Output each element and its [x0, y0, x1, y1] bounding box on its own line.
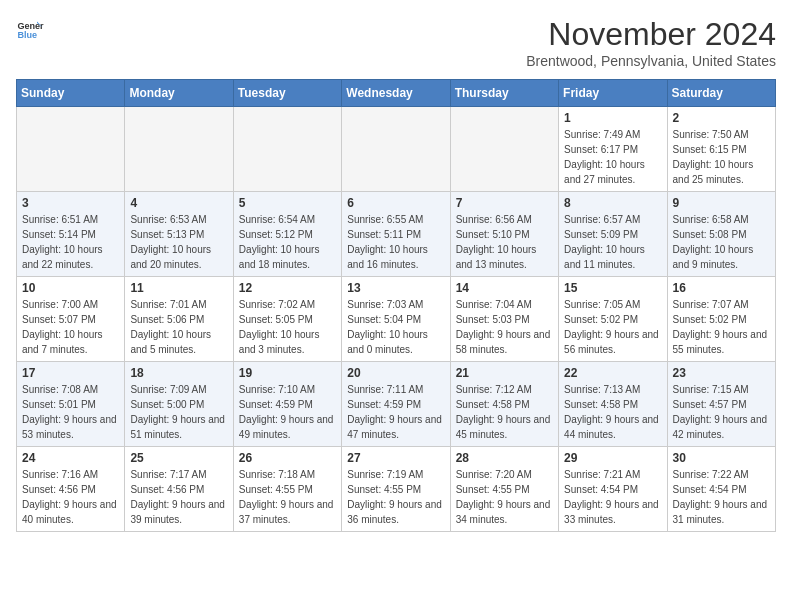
day-number: 22 [564, 366, 661, 380]
calendar-day-cell: 6Sunrise: 6:55 AM Sunset: 5:11 PM Daylig… [342, 192, 450, 277]
day-detail: Sunrise: 6:54 AM Sunset: 5:12 PM Dayligh… [239, 212, 336, 272]
calendar-day-cell: 27Sunrise: 7:19 AM Sunset: 4:55 PM Dayli… [342, 447, 450, 532]
day-number: 26 [239, 451, 336, 465]
calendar-day-cell: 23Sunrise: 7:15 AM Sunset: 4:57 PM Dayli… [667, 362, 775, 447]
calendar-header-row: SundayMondayTuesdayWednesdayThursdayFrid… [17, 80, 776, 107]
logo-icon: General Blue [16, 16, 44, 44]
calendar-day-cell: 8Sunrise: 6:57 AM Sunset: 5:09 PM Daylig… [559, 192, 667, 277]
day-number: 28 [456, 451, 553, 465]
svg-text:General: General [17, 21, 44, 31]
day-detail: Sunrise: 6:51 AM Sunset: 5:14 PM Dayligh… [22, 212, 119, 272]
day-detail: Sunrise: 7:04 AM Sunset: 5:03 PM Dayligh… [456, 297, 553, 357]
calendar-day-cell [233, 107, 341, 192]
calendar-day-cell: 20Sunrise: 7:11 AM Sunset: 4:59 PM Dayli… [342, 362, 450, 447]
day-detail: Sunrise: 7:49 AM Sunset: 6:17 PM Dayligh… [564, 127, 661, 187]
location: Brentwood, Pennsylvania, United States [526, 53, 776, 69]
title-area: November 2024 Brentwood, Pennsylvania, U… [526, 16, 776, 69]
calendar-day-cell [450, 107, 558, 192]
calendar-day-cell: 29Sunrise: 7:21 AM Sunset: 4:54 PM Dayli… [559, 447, 667, 532]
day-number: 29 [564, 451, 661, 465]
calendar-day-cell: 25Sunrise: 7:17 AM Sunset: 4:56 PM Dayli… [125, 447, 233, 532]
calendar-day-cell: 22Sunrise: 7:13 AM Sunset: 4:58 PM Dayli… [559, 362, 667, 447]
day-detail: Sunrise: 7:03 AM Sunset: 5:04 PM Dayligh… [347, 297, 444, 357]
day-detail: Sunrise: 7:17 AM Sunset: 4:56 PM Dayligh… [130, 467, 227, 527]
day-detail: Sunrise: 6:53 AM Sunset: 5:13 PM Dayligh… [130, 212, 227, 272]
day-number: 24 [22, 451, 119, 465]
day-detail: Sunrise: 7:18 AM Sunset: 4:55 PM Dayligh… [239, 467, 336, 527]
day-number: 30 [673, 451, 770, 465]
day-number: 25 [130, 451, 227, 465]
day-number: 21 [456, 366, 553, 380]
day-number: 3 [22, 196, 119, 210]
day-detail: Sunrise: 7:00 AM Sunset: 5:07 PM Dayligh… [22, 297, 119, 357]
day-detail: Sunrise: 7:11 AM Sunset: 4:59 PM Dayligh… [347, 382, 444, 442]
calendar-day-cell: 7Sunrise: 6:56 AM Sunset: 5:10 PM Daylig… [450, 192, 558, 277]
day-detail: Sunrise: 7:22 AM Sunset: 4:54 PM Dayligh… [673, 467, 770, 527]
calendar-day-cell: 4Sunrise: 6:53 AM Sunset: 5:13 PM Daylig… [125, 192, 233, 277]
header: General Blue November 2024 Brentwood, Pe… [16, 16, 776, 69]
calendar-day-cell: 15Sunrise: 7:05 AM Sunset: 5:02 PM Dayli… [559, 277, 667, 362]
calendar-day-cell: 24Sunrise: 7:16 AM Sunset: 4:56 PM Dayli… [17, 447, 125, 532]
calendar-week-row: 10Sunrise: 7:00 AM Sunset: 5:07 PM Dayli… [17, 277, 776, 362]
calendar-day-cell: 16Sunrise: 7:07 AM Sunset: 5:02 PM Dayli… [667, 277, 775, 362]
logo: General Blue [16, 16, 44, 44]
day-number: 11 [130, 281, 227, 295]
calendar-day-cell: 10Sunrise: 7:00 AM Sunset: 5:07 PM Dayli… [17, 277, 125, 362]
day-number: 19 [239, 366, 336, 380]
day-detail: Sunrise: 7:02 AM Sunset: 5:05 PM Dayligh… [239, 297, 336, 357]
day-detail: Sunrise: 6:55 AM Sunset: 5:11 PM Dayligh… [347, 212, 444, 272]
day-detail: Sunrise: 7:12 AM Sunset: 4:58 PM Dayligh… [456, 382, 553, 442]
day-of-week-header: Wednesday [342, 80, 450, 107]
day-number: 2 [673, 111, 770, 125]
calendar-day-cell: 30Sunrise: 7:22 AM Sunset: 4:54 PM Dayli… [667, 447, 775, 532]
day-number: 7 [456, 196, 553, 210]
day-number: 17 [22, 366, 119, 380]
day-detail: Sunrise: 7:10 AM Sunset: 4:59 PM Dayligh… [239, 382, 336, 442]
day-detail: Sunrise: 7:05 AM Sunset: 5:02 PM Dayligh… [564, 297, 661, 357]
day-number: 13 [347, 281, 444, 295]
day-number: 10 [22, 281, 119, 295]
calendar-day-cell [125, 107, 233, 192]
calendar-day-cell: 3Sunrise: 6:51 AM Sunset: 5:14 PM Daylig… [17, 192, 125, 277]
calendar-day-cell: 5Sunrise: 6:54 AM Sunset: 5:12 PM Daylig… [233, 192, 341, 277]
day-detail: Sunrise: 7:20 AM Sunset: 4:55 PM Dayligh… [456, 467, 553, 527]
day-detail: Sunrise: 6:58 AM Sunset: 5:08 PM Dayligh… [673, 212, 770, 272]
day-of-week-header: Tuesday [233, 80, 341, 107]
calendar-day-cell: 26Sunrise: 7:18 AM Sunset: 4:55 PM Dayli… [233, 447, 341, 532]
calendar-week-row: 1Sunrise: 7:49 AM Sunset: 6:17 PM Daylig… [17, 107, 776, 192]
calendar-day-cell: 1Sunrise: 7:49 AM Sunset: 6:17 PM Daylig… [559, 107, 667, 192]
day-number: 27 [347, 451, 444, 465]
day-number: 18 [130, 366, 227, 380]
day-of-week-header: Monday [125, 80, 233, 107]
calendar-table: SundayMondayTuesdayWednesdayThursdayFrid… [16, 79, 776, 532]
svg-text:Blue: Blue [17, 30, 37, 40]
day-detail: Sunrise: 7:50 AM Sunset: 6:15 PM Dayligh… [673, 127, 770, 187]
calendar-day-cell: 13Sunrise: 7:03 AM Sunset: 5:04 PM Dayli… [342, 277, 450, 362]
day-number: 4 [130, 196, 227, 210]
month-title: November 2024 [526, 16, 776, 53]
calendar-day-cell: 18Sunrise: 7:09 AM Sunset: 5:00 PM Dayli… [125, 362, 233, 447]
day-detail: Sunrise: 7:15 AM Sunset: 4:57 PM Dayligh… [673, 382, 770, 442]
day-number: 14 [456, 281, 553, 295]
day-detail: Sunrise: 7:09 AM Sunset: 5:00 PM Dayligh… [130, 382, 227, 442]
calendar-day-cell [17, 107, 125, 192]
day-of-week-header: Thursday [450, 80, 558, 107]
calendar-day-cell: 21Sunrise: 7:12 AM Sunset: 4:58 PM Dayli… [450, 362, 558, 447]
day-number: 9 [673, 196, 770, 210]
day-number: 20 [347, 366, 444, 380]
day-detail: Sunrise: 7:21 AM Sunset: 4:54 PM Dayligh… [564, 467, 661, 527]
day-detail: Sunrise: 6:57 AM Sunset: 5:09 PM Dayligh… [564, 212, 661, 272]
day-of-week-header: Saturday [667, 80, 775, 107]
calendar-day-cell [342, 107, 450, 192]
calendar-week-row: 3Sunrise: 6:51 AM Sunset: 5:14 PM Daylig… [17, 192, 776, 277]
calendar-week-row: 17Sunrise: 7:08 AM Sunset: 5:01 PM Dayli… [17, 362, 776, 447]
day-number: 16 [673, 281, 770, 295]
calendar-day-cell: 12Sunrise: 7:02 AM Sunset: 5:05 PM Dayli… [233, 277, 341, 362]
day-of-week-header: Friday [559, 80, 667, 107]
day-detail: Sunrise: 7:13 AM Sunset: 4:58 PM Dayligh… [564, 382, 661, 442]
day-number: 8 [564, 196, 661, 210]
calendar-week-row: 24Sunrise: 7:16 AM Sunset: 4:56 PM Dayli… [17, 447, 776, 532]
calendar-day-cell: 2Sunrise: 7:50 AM Sunset: 6:15 PM Daylig… [667, 107, 775, 192]
day-number: 15 [564, 281, 661, 295]
day-detail: Sunrise: 7:19 AM Sunset: 4:55 PM Dayligh… [347, 467, 444, 527]
